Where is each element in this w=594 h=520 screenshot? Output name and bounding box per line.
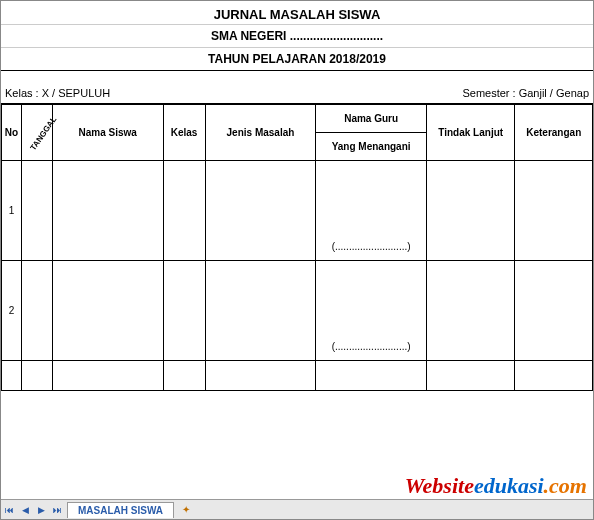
sheet-tab-bar: ⏮ ◀ ▶ ⏭ MASALAH SISWA ✦ [1,499,593,519]
col-tanggal: TANGGAL [21,105,52,161]
cell-kelas[interactable] [163,161,205,261]
col-nama-guru-bottom: Yang Menangani [316,133,427,161]
kelas-info: Kelas : X / SEPULUH [5,87,110,99]
tab-nav-prev-icon[interactable]: ◀ [17,501,33,519]
tab-nav-first-icon[interactable]: ⏮ [1,501,17,519]
tab-nav-next-icon[interactable]: ▶ [33,501,49,519]
title: JURNAL MASALAH SISWA [1,5,593,25]
sheet-tab-active[interactable]: MASALAH SISWA [67,502,174,518]
cell-guru-sign[interactable]: (..........................) [316,261,427,361]
cell-nama-siswa[interactable] [52,261,163,361]
new-sheet-icon[interactable]: ✦ [176,504,196,515]
col-no: No [2,105,22,161]
cell-tindak-lanjut[interactable] [426,261,515,361]
table-row[interactable] [2,361,593,391]
table-row[interactable]: 1 (..........................) [2,161,593,261]
cell-nama-siswa[interactable] [52,161,163,261]
document-header: JURNAL MASALAH SISWA SMA NEGERI ........… [1,1,593,75]
col-tindak-lanjut: Tindak Lanjut [426,105,515,161]
watermark: Websiteedukasi.com [405,473,587,499]
info-row: Kelas : X / SEPULUH Semester : Ganjil / … [1,83,593,104]
cell-tindak-lanjut[interactable] [426,161,515,261]
col-jenis-masalah: Jenis Masalah [205,105,316,161]
tab-nav-last-icon[interactable]: ⏭ [49,501,65,519]
cell-keterangan[interactable] [515,261,593,361]
col-keterangan: Keterangan [515,105,593,161]
cell-tanggal[interactable] [21,161,52,261]
cell-guru-sign[interactable]: (..........................) [316,161,427,261]
col-kelas: Kelas [163,105,205,161]
col-nama-siswa: Nama Siswa [52,105,163,161]
cell-no[interactable]: 2 [2,261,22,361]
cell-no[interactable]: 1 [2,161,22,261]
cell-jenis-masalah[interactable] [205,161,316,261]
col-nama-guru-top: Nama Guru [316,105,427,133]
school-name: SMA NEGERI ............................ [1,25,593,48]
journal-table: No TANGGAL Nama Siswa Kelas Jenis Masala… [1,104,593,391]
cell-tanggal[interactable] [21,261,52,361]
cell-kelas[interactable] [163,261,205,361]
semester-info: Semester : Ganjil / Genap [462,87,589,99]
academic-year: TAHUN PELAJARAN 2018/2019 [1,48,593,71]
cell-jenis-masalah[interactable] [205,261,316,361]
table-row[interactable]: 2 (..........................) [2,261,593,361]
cell-keterangan[interactable] [515,161,593,261]
